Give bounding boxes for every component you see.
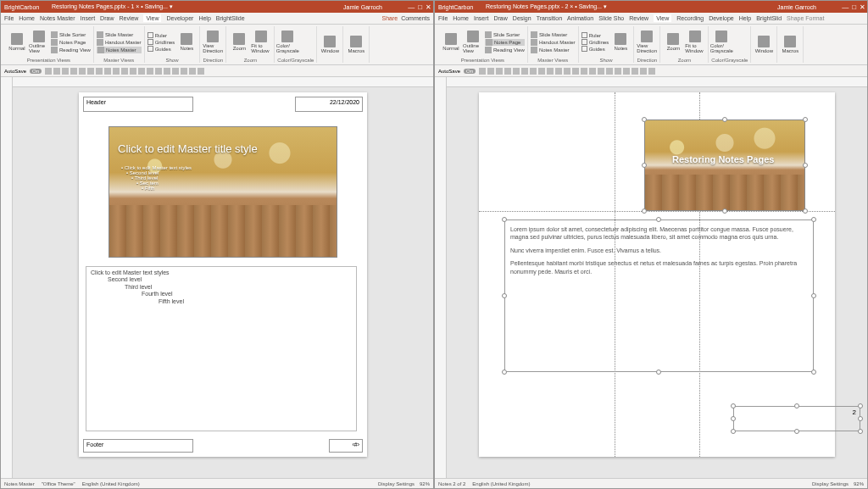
- titlebar: BrightCarbon Restoring Notes Pages.pptx …: [435, 1, 867, 13]
- vertical-ruler: [1, 77, 13, 478]
- menu-help[interactable]: Help: [198, 15, 210, 21]
- status-view: Notes 2 of 2: [438, 481, 465, 486]
- account-user[interactable]: Jamie Garroch: [343, 4, 382, 10]
- horizontal-ruler: [13, 77, 433, 87]
- reading-view-button[interactable]: Reading View: [51, 47, 91, 53]
- menubar: File Home Notes Master Insert Draw Revie…: [1, 13, 433, 25]
- qat-icon[interactable]: [45, 68, 52, 75]
- ruler-checkbox[interactable]: Ruler: [147, 32, 175, 38]
- statusbar: Notes 2 of 2 English (United Kingdom) Di…: [435, 478, 867, 488]
- autosave-label: AutoSave: [4, 69, 26, 74]
- notes-text-box[interactable]: Lorem ipsum dolor sit amet, consectetuer…: [504, 219, 814, 372]
- slide-sorter-button[interactable]: Slide Sorter: [51, 31, 91, 38]
- app-name: BrightCarbon: [4, 4, 39, 10]
- view-direction-button[interactable]: View Direction: [203, 26, 223, 58]
- powerpoint-window-left: BrightCarbon Restoring Notes Pages.pptx …: [0, 0, 434, 489]
- menu-review[interactable]: Review: [119, 15, 138, 21]
- menu-file[interactable]: File: [4, 15, 14, 21]
- date-placeholder[interactable]: 22/12/2020: [295, 97, 363, 112]
- ribbon: Normal Outline View Slide Sorter Notes P…: [435, 25, 867, 65]
- close-button[interactable]: ✕: [426, 3, 431, 11]
- minimize-button[interactable]: —: [842, 3, 849, 11]
- footer-placeholder[interactable]: Footer: [83, 439, 193, 453]
- status-view: Notes Master: [4, 481, 35, 486]
- titlebar: BrightCarbon Restoring Notes Pages.pptx …: [1, 1, 433, 13]
- page-number-box[interactable]: 2: [733, 406, 860, 431]
- comments-button[interactable]: Comments: [401, 15, 430, 21]
- menu-developer[interactable]: Developer: [166, 15, 193, 21]
- share-button[interactable]: Share: [381, 15, 398, 21]
- status-language[interactable]: English (United Kingdom): [472, 481, 530, 486]
- guides-checkbox[interactable]: Guides: [147, 46, 175, 52]
- menu-notes-master[interactable]: Notes Master: [40, 15, 75, 21]
- handout-master-button[interactable]: Handout Master: [97, 39, 142, 46]
- gridlines-checkbox[interactable]: Gridlines: [147, 39, 175, 45]
- menu-view[interactable]: View: [143, 14, 161, 22]
- notes-page: Restoring Notes Pages Lorem ipsum dolor …: [479, 92, 835, 457]
- statusbar: Notes Master "Office Theme" English (Uni…: [1, 478, 433, 488]
- menu-insert[interactable]: Insert: [81, 15, 96, 21]
- notes-master-button[interactable]: Notes Master: [97, 47, 142, 53]
- ribbon: Normal Outline View Slide Sorter Notes P…: [1, 25, 433, 65]
- slide-master-button[interactable]: Slide Master: [97, 31, 142, 38]
- header-placeholder[interactable]: Header: [83, 97, 193, 112]
- powerpoint-window-right: BrightCarbon Restoring Notes Pages.pptx …: [434, 0, 868, 489]
- normal-view-button[interactable]: Normal: [7, 26, 27, 58]
- zoom-button[interactable]: Zoom: [229, 26, 249, 58]
- page-number-placeholder[interactable]: ‹#›: [329, 439, 363, 453]
- macros-button[interactable]: Macros: [346, 26, 366, 63]
- quick-access-toolbar: AutoSave On: [435, 65, 867, 77]
- notes-body-placeholder[interactable]: Click to edit Master text styles Second …: [86, 266, 357, 431]
- menu-draw[interactable]: Draw: [100, 15, 114, 21]
- menu-home[interactable]: Home: [19, 15, 35, 21]
- slide-image[interactable]: Restoring Notes Pages: [644, 119, 805, 211]
- status-theme: "Office Theme": [42, 481, 75, 486]
- menu-brightslide[interactable]: BrightSlide: [216, 15, 245, 21]
- notes-button[interactable]: Notes: [176, 26, 197, 58]
- slide-thumbnail[interactable]: Click to edit Master title style • Click…: [108, 126, 337, 258]
- close-button[interactable]: ✕: [860, 3, 865, 11]
- zoom-level[interactable]: 92%: [420, 481, 430, 486]
- color-grayscale-button[interactable]: Color/ Grayscale: [277, 26, 298, 58]
- minimize-button[interactable]: —: [408, 3, 415, 11]
- notes-master-page: Header 22/12/2020 Click to edit Master t…: [79, 92, 367, 457]
- autosave-toggle[interactable]: On: [30, 69, 42, 74]
- notes-page-button[interactable]: Notes Page: [485, 39, 525, 46]
- fit-window-button[interactable]: Fit to Window: [251, 26, 271, 58]
- outline-view-button[interactable]: Outline View: [29, 26, 49, 58]
- menubar: File Home Insert Draw Design Transition …: [435, 13, 867, 25]
- notes-page-button[interactable]: Notes Page: [51, 39, 91, 46]
- maximize-button[interactable]: □: [852, 3, 856, 11]
- maximize-button[interactable]: □: [418, 3, 422, 11]
- quick-access-toolbar: AutoSave On: [1, 65, 433, 77]
- status-language[interactable]: English (United Kingdom): [82, 481, 140, 486]
- display-settings[interactable]: Display Settings: [378, 481, 415, 486]
- window-button[interactable]: Window: [320, 26, 340, 63]
